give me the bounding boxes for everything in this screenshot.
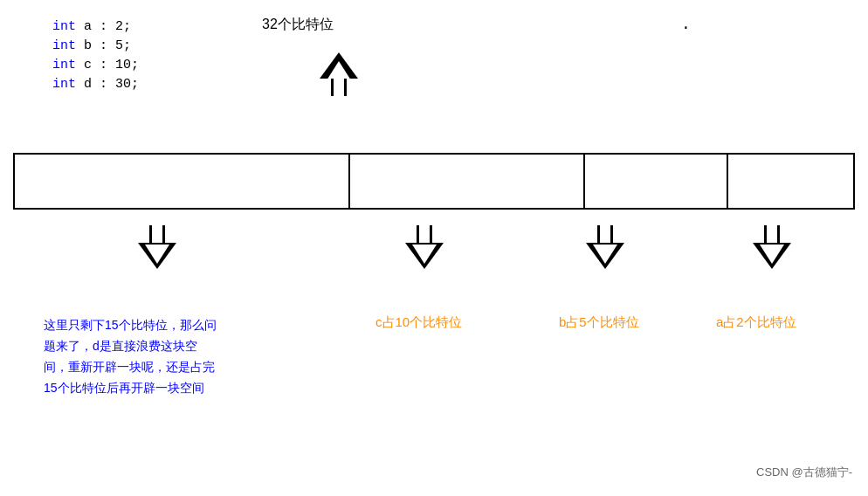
arrow-down-3: [586, 225, 624, 269]
description-text: 这里只剩下15个比特位，那么问题来了，d是直接浪费这块空间，重新开辟一块呢，还是…: [44, 314, 218, 398]
label-c-bits: c占10个比特位: [375, 314, 462, 331]
memory-segment-a: [728, 155, 853, 208]
label-32bits: 32个比特位: [262, 16, 334, 34]
arrow-down-1: [138, 225, 176, 269]
memory-segment-d: [15, 155, 350, 208]
label-a-bits: a占2个比特位: [716, 314, 796, 331]
keyword-int-3: int: [52, 58, 76, 72]
keyword-int-2: int: [52, 38, 76, 53]
arrow-d2-head: [405, 243, 444, 269]
arrow-down-2: [405, 225, 444, 269]
arrow-d3-head: [586, 243, 624, 269]
arrow-d2-stem: [417, 225, 432, 243]
arrow-d3-stem: [597, 225, 613, 243]
arrow-d4-stem: [764, 225, 780, 243]
watermark: CSDN @古德猫宁-: [756, 465, 852, 480]
code-line-3: int c : 10;: [52, 56, 139, 75]
code-line-4: int d : 30;: [52, 75, 139, 94]
code-block: int a : 2; int b : 5; int c : 10; int d …: [52, 17, 139, 94]
keyword-int-1: int: [52, 19, 76, 34]
arrow-up-stem: [331, 79, 347, 96]
label-b-bits: b占5个比特位: [559, 314, 639, 331]
memory-bar: [13, 153, 855, 210]
memory-segment-c: [350, 155, 585, 208]
memory-segment-b: [585, 155, 728, 208]
arrow-d1-stem: [149, 225, 165, 243]
dot-decoration: ·: [681, 19, 691, 37]
arrow-up-head: [320, 52, 358, 79]
code-line-1: int a : 2;: [52, 17, 139, 37]
arrow-d1-head: [138, 243, 176, 269]
keyword-int-4: int: [52, 77, 76, 92]
arrow-d4-head: [753, 243, 791, 269]
code-line-2: int b : 5;: [52, 37, 139, 56]
arrow-down-4: [753, 225, 791, 269]
